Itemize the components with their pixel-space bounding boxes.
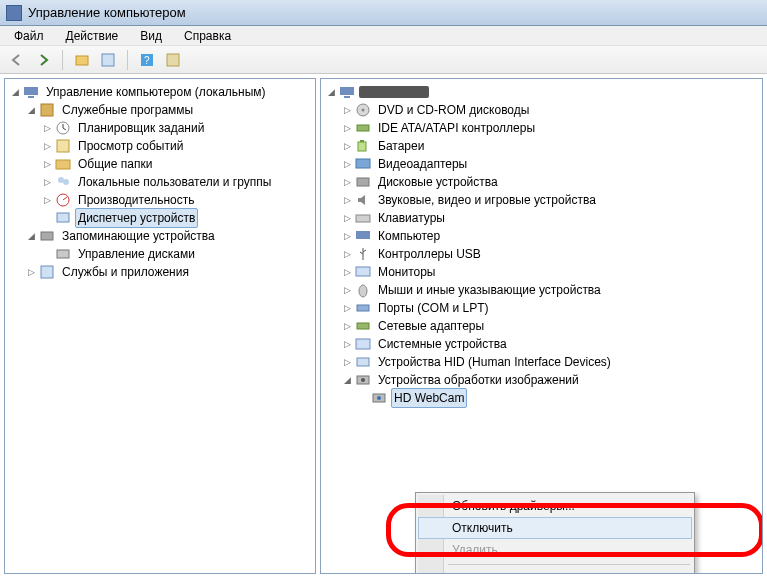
menu-view[interactable]: Вид — [130, 27, 172, 45]
tree-users[interactable]: Локальные пользователи и группы — [75, 172, 274, 192]
cat-disks[interactable]: Дисковые устройства — [375, 172, 501, 192]
folder-icon — [75, 53, 89, 67]
expand-toggle[interactable]: ◢ — [25, 104, 37, 116]
expand-toggle[interactable]: ▷ — [341, 212, 353, 224]
tb-folder[interactable] — [71, 49, 93, 71]
cat-hid[interactable]: Устройства HID (Human Interface Devices) — [375, 352, 614, 372]
menu-help[interactable]: Справка — [174, 27, 241, 45]
perf-icon — [55, 192, 71, 208]
cat-monitors[interactable]: Мониторы — [375, 262, 438, 282]
tree-diskmgmt[interactable]: Управление дисками — [75, 244, 198, 264]
expand-toggle[interactable]: ▷ — [341, 320, 353, 332]
svg-rect-23 — [358, 142, 366, 151]
forward-button[interactable] — [32, 49, 54, 71]
svg-point-21 — [362, 109, 365, 112]
users-icon — [55, 174, 71, 190]
expand-toggle[interactable]: ▷ — [341, 230, 353, 242]
svg-rect-34 — [357, 358, 369, 366]
svg-rect-18 — [340, 87, 354, 95]
menu-file[interactable]: Файл — [4, 27, 54, 45]
expand-toggle[interactable]: ▷ — [341, 122, 353, 134]
expand-toggle[interactable]: ◢ — [341, 374, 353, 386]
cat-sound[interactable]: Звуковые, видео и игровые устройства — [375, 190, 599, 210]
expand-toggle[interactable]: ▷ — [341, 176, 353, 188]
tree-util[interactable]: Служебные программы — [59, 100, 196, 120]
tree-services[interactable]: Службы и приложения — [59, 262, 192, 282]
ctx-rescan[interactable]: Обновить конфигурацию оборудования — [418, 568, 692, 574]
svg-point-36 — [361, 378, 365, 382]
cat-battery[interactable]: Батареи — [375, 136, 427, 156]
device-webcam[interactable]: HD WebCam — [391, 388, 467, 408]
cat-mice[interactable]: Мыши и иные указывающие устройства — [375, 280, 604, 300]
expand-toggle[interactable]: ▷ — [341, 194, 353, 206]
expand-toggle[interactable]: ▷ — [25, 266, 37, 278]
devmgr-icon — [55, 210, 71, 226]
context-menu-separator — [448, 564, 690, 565]
tree-shared[interactable]: Общие папки — [75, 154, 155, 174]
svg-rect-26 — [357, 178, 369, 186]
tree-events[interactable]: Просмотр событий — [75, 136, 186, 156]
ctx-disable[interactable]: Отключить — [418, 517, 692, 539]
cat-dvd[interactable]: DVD и CD-ROM дисководы — [375, 100, 532, 120]
expand-toggle[interactable]: ▷ — [341, 302, 353, 314]
expand-toggle[interactable]: ▷ — [341, 140, 353, 152]
ctx-delete[interactable]: Удалить — [418, 539, 692, 561]
ports-icon — [355, 300, 371, 316]
device-root[interactable] — [359, 86, 429, 98]
tb-help[interactable]: ? — [136, 49, 158, 71]
expand-toggle[interactable]: ◢ — [25, 230, 37, 242]
cat-keyboards[interactable]: Клавиатуры — [375, 208, 448, 228]
display-icon — [355, 156, 371, 172]
expand-toggle[interactable]: ▷ — [41, 140, 53, 152]
expand-toggle[interactable]: ▷ — [341, 338, 353, 350]
back-button[interactable] — [6, 49, 28, 71]
computer-icon — [23, 84, 39, 100]
tree-devmgr[interactable]: Диспетчер устройств — [75, 208, 198, 228]
tree-storage[interactable]: Запоминающие устройства — [59, 226, 218, 246]
disk-icon — [355, 174, 371, 190]
cat-ide[interactable]: IDE ATA/ATAPI контроллеры — [375, 118, 538, 138]
expand-toggle[interactable]: ◢ — [9, 86, 21, 98]
svg-rect-0 — [76, 56, 88, 65]
cat-sysdev[interactable]: Системные устройства — [375, 334, 510, 354]
cat-usb[interactable]: Контроллеры USB — [375, 244, 484, 264]
expand-toggle[interactable]: ▷ — [41, 122, 53, 134]
computer-icon — [339, 84, 355, 100]
expand-toggle[interactable]: ▷ — [41, 158, 53, 170]
cat-computer[interactable]: Компьютер — [375, 226, 443, 246]
cat-ports[interactable]: Порты (COM и LPT) — [375, 298, 492, 318]
svg-point-12 — [63, 179, 69, 185]
titlebar: Управление компьютером — [0, 0, 767, 26]
expand-toggle[interactable]: ▷ — [341, 248, 353, 260]
svg-rect-16 — [57, 250, 69, 258]
tb-view[interactable] — [162, 49, 184, 71]
tree-scheduler[interactable]: Планировщик заданий — [75, 118, 207, 138]
expand-toggle[interactable]: ▷ — [41, 194, 53, 206]
expand-toggle[interactable]: ▷ — [341, 284, 353, 296]
svg-rect-32 — [357, 323, 369, 329]
events-icon — [55, 138, 71, 154]
ide-icon — [355, 120, 371, 136]
svg-point-30 — [359, 285, 367, 297]
context-menu: Обновить драйверы... Отключить Удалить О… — [415, 492, 695, 574]
sysdev-icon — [355, 336, 371, 352]
expand-toggle[interactable]: ◢ — [325, 86, 337, 98]
cat-video[interactable]: Видеоадаптеры — [375, 154, 470, 174]
expand-toggle[interactable]: ▷ — [341, 266, 353, 278]
mouse-icon — [355, 282, 371, 298]
expand-toggle[interactable]: ▷ — [341, 104, 353, 116]
svg-rect-17 — [41, 266, 53, 278]
cat-imaging[interactable]: Устройства обработки изображений — [375, 370, 582, 390]
expand-toggle[interactable]: ▷ — [341, 356, 353, 368]
tree-perf[interactable]: Производительность — [75, 190, 197, 210]
svg-rect-6 — [28, 96, 34, 98]
tb-properties[interactable] — [97, 49, 119, 71]
expand-toggle[interactable]: ▷ — [341, 158, 353, 170]
menu-action[interactable]: Действие — [56, 27, 129, 45]
tree-root[interactable]: Управление компьютером (локальным) — [43, 82, 269, 102]
tools-icon — [39, 102, 55, 118]
ctx-update-drivers[interactable]: Обновить драйверы... — [418, 495, 692, 517]
expand-toggle[interactable]: ▷ — [41, 176, 53, 188]
cat-nics[interactable]: Сетевые адаптеры — [375, 316, 487, 336]
svg-rect-14 — [57, 213, 69, 222]
